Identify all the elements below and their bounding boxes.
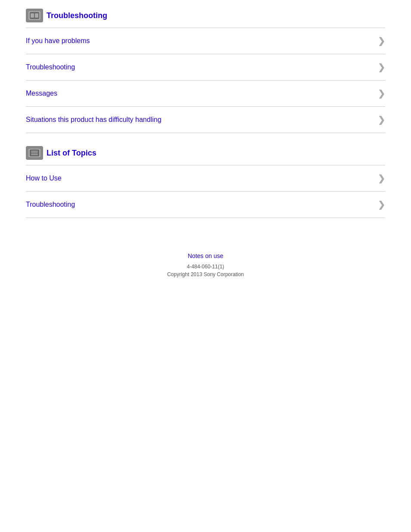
list-of-topics-section: List of Topics How to Use ❯ Troubleshoot… (26, 146, 385, 218)
page-container: Troubleshooting If you have problems ❯ T… (0, 0, 411, 286)
list-line (31, 151, 38, 152)
list-item[interactable]: How to Use ❯ (26, 165, 385, 192)
list-item[interactable]: Situations this product has difficulty h… (26, 107, 385, 133)
list-item[interactable]: Troubleshooting ❯ (26, 192, 385, 218)
menu-item-label: Messages (26, 90, 57, 97)
list-icon-shape (30, 149, 39, 156)
chevron-right-icon: ❯ (378, 115, 385, 125)
copyright-text: Copyright 2013 Sony Corporation (26, 271, 385, 277)
notes-on-use-link[interactable]: Notes on use (26, 252, 385, 259)
list-line (31, 152, 38, 153)
menu-item-label: If you have problems (26, 37, 90, 45)
menu-item-label: Troubleshooting (26, 201, 75, 208)
model-number: 4-484-060-11(1) (26, 264, 385, 270)
chevron-right-icon: ❯ (378, 62, 385, 72)
chevron-right-icon: ❯ (378, 36, 385, 46)
list-of-topics-section-title: List of Topics (47, 149, 97, 158)
troubleshooting-menu-list: If you have problems ❯ Troubleshooting ❯… (26, 28, 385, 133)
chevron-right-icon: ❯ (378, 173, 385, 184)
list-item[interactable]: Messages ❯ (26, 81, 385, 107)
troubleshooting-icon (26, 9, 43, 22)
troubleshooting-section-header: Troubleshooting (26, 9, 385, 22)
list-of-topics-menu-list: How to Use ❯ Troubleshooting ❯ (26, 165, 385, 218)
menu-item-label: How to Use (26, 174, 62, 182)
list-of-topics-section-header: List of Topics (26, 146, 385, 160)
menu-item-label: Troubleshooting (26, 63, 75, 71)
menu-item-label: Situations this product has difficulty h… (26, 116, 162, 124)
troubleshooting-section-title: Troubleshooting (47, 11, 107, 20)
list-icon-inner (28, 149, 40, 157)
chevron-right-icon: ❯ (378, 199, 385, 210)
list-of-topics-icon (26, 146, 43, 160)
tool-icon-shape (30, 12, 39, 19)
list-item[interactable]: If you have problems ❯ (26, 28, 385, 54)
list-item[interactable]: Troubleshooting ❯ (26, 54, 385, 81)
troubleshooting-icon-inner (28, 11, 40, 20)
list-line (31, 154, 38, 155)
chevron-right-icon: ❯ (378, 88, 385, 99)
footer: Notes on use 4-484-060-11(1) Copyright 2… (26, 244, 385, 277)
